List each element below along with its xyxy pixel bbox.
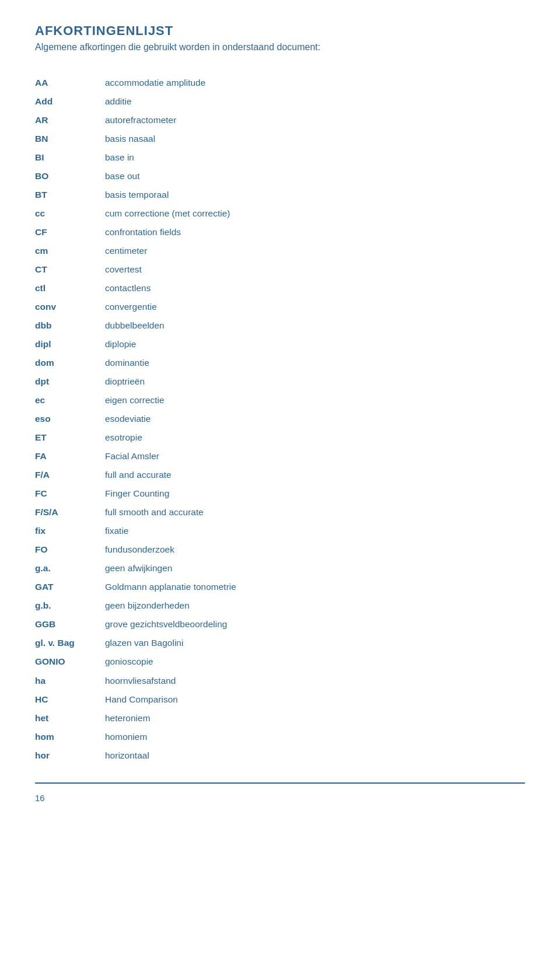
abbreviation-definition: horizontaal (105, 746, 525, 765)
table-row: GGBgrove gezichtsveldbeoordeling (35, 615, 525, 634)
table-row: dptdioptrieën (35, 372, 525, 391)
abbreviation-definition: eigen correctie (105, 391, 525, 410)
abbreviation-definition: Goldmann applanatie tonometrie (105, 578, 525, 596)
abbreviation-definition: geen bijzonderheden (105, 596, 525, 615)
abbreviation-definition: basis nasaal (105, 130, 525, 148)
abbreviation-definition: basis temporaal (105, 186, 525, 204)
abbreviation-abbr: dipl (35, 335, 105, 354)
table-row: GONIOgonioscopie (35, 652, 525, 671)
table-row: Addadditie (35, 92, 525, 111)
abbreviation-definition: covertest (105, 260, 525, 279)
abbreviation-abbr: hom (35, 728, 105, 746)
abbreviation-abbr: cc (35, 204, 105, 223)
abbreviation-abbr: gl. v. Bag (35, 634, 105, 652)
abbreviation-definition: grove gezichtsveldbeoordeling (105, 615, 525, 634)
abbreviation-abbr: Add (35, 92, 105, 111)
table-row: GATGoldmann applanatie tonometrie (35, 578, 525, 596)
table-row: CTcovertest (35, 260, 525, 279)
table-row: hetheteroniem (35, 709, 525, 728)
abbreviation-definition: dubbelbeelden (105, 316, 525, 335)
abbreviation-definition: base in (105, 148, 525, 167)
abbreviation-abbr: GONIO (35, 652, 105, 671)
abbreviation-definition: glazen van Bagolini (105, 634, 525, 652)
abbreviation-definition: esotropie (105, 428, 525, 447)
table-row: F/S/Afull smooth and accurate (35, 503, 525, 522)
table-row: FCFinger Counting (35, 484, 525, 503)
table-row: HCHand Comparison (35, 690, 525, 709)
abbreviation-definition: base out (105, 167, 525, 186)
table-row: g.b.geen bijzonderheden (35, 596, 525, 615)
abbreviation-abbr: GGB (35, 615, 105, 634)
abbreviation-abbr: ha (35, 672, 105, 690)
table-row: BNbasis nasaal (35, 130, 525, 148)
table-row: domdominantie (35, 354, 525, 372)
abbreviation-definition: cum correctione (met correctie) (105, 204, 525, 223)
page-title: AFKORTINGENLIJST (35, 23, 525, 39)
abbreviation-abbr: conv (35, 298, 105, 316)
table-row: eceigen correctie (35, 391, 525, 410)
table-row: BTbasis temporaal (35, 186, 525, 204)
abbreviation-definition: Facial Amsler (105, 447, 525, 466)
abbreviation-abbr: g.b. (35, 596, 105, 615)
abbreviation-abbr: FO (35, 540, 105, 559)
abbreviation-abbr: het (35, 709, 105, 728)
abbreviation-definition: Finger Counting (105, 484, 525, 503)
abbreviation-abbr: BN (35, 130, 105, 148)
table-row: CFconfrontation fields (35, 223, 525, 242)
abbreviation-definition: convergentie (105, 298, 525, 316)
table-row: cmcentimeter (35, 242, 525, 260)
table-row: cccum correctione (met correctie) (35, 204, 525, 223)
abbreviation-abbr: AR (35, 111, 105, 130)
table-row: hahoornvliesafstand (35, 672, 525, 690)
abbreviation-definition: esodeviatie (105, 410, 525, 428)
table-row: ETesotropie (35, 428, 525, 447)
abbreviation-abbr: cm (35, 242, 105, 260)
abbreviation-definition: autorefractometer (105, 111, 525, 130)
abbreviation-abbr: dom (35, 354, 105, 372)
abbreviation-abbr: g.a. (35, 559, 105, 578)
table-row: FOfundusonderzoek (35, 540, 525, 559)
table-row: BIbase in (35, 148, 525, 167)
abbreviation-definition: dioptrieën (105, 372, 525, 391)
table-row: homhomoniem (35, 728, 525, 746)
table-row: g.a.geen afwijkingen (35, 559, 525, 578)
table-row: FAFacial Amsler (35, 447, 525, 466)
abbreviation-definition: accommodatie amplitude (105, 74, 525, 92)
abbreviations-table: AAaccommodatie amplitudeAddadditieARauto… (35, 74, 525, 765)
table-row: fixfixatie (35, 522, 525, 540)
abbreviation-abbr: F/A (35, 466, 105, 484)
abbreviation-definition: full and accurate (105, 466, 525, 484)
abbreviation-abbr: AA (35, 74, 105, 92)
table-row: ARautorefractometer (35, 111, 525, 130)
abbreviation-definition: homoniem (105, 728, 525, 746)
abbreviation-abbr: dbb (35, 316, 105, 335)
table-row: horhorizontaal (35, 746, 525, 765)
abbreviation-abbr: F/S/A (35, 503, 105, 522)
abbreviation-abbr: BT (35, 186, 105, 204)
table-row: F/Afull and accurate (35, 466, 525, 484)
table-row: convconvergentie (35, 298, 525, 316)
abbreviation-definition: heteroniem (105, 709, 525, 728)
abbreviation-definition: geen afwijkingen (105, 559, 525, 578)
abbreviation-abbr: fix (35, 522, 105, 540)
abbreviation-abbr: ctl (35, 279, 105, 298)
abbreviation-abbr: ec (35, 391, 105, 410)
bottom-divider (35, 782, 525, 784)
abbreviation-definition: fundusonderzoek (105, 540, 525, 559)
abbreviation-abbr: FC (35, 484, 105, 503)
table-row: BObase out (35, 167, 525, 186)
table-row: esoesodeviatie (35, 410, 525, 428)
abbreviation-abbr: HC (35, 690, 105, 709)
abbreviation-definition: full smooth and accurate (105, 503, 525, 522)
abbreviation-definition: Hand Comparison (105, 690, 525, 709)
abbreviation-abbr: GAT (35, 578, 105, 596)
abbreviation-definition: confrontation fields (105, 223, 525, 242)
page-subtitle: Algemene afkortingen die gebruikt worden… (35, 42, 525, 53)
abbreviation-abbr: dpt (35, 372, 105, 391)
page-number: 16 (35, 793, 525, 803)
abbreviation-abbr: FA (35, 447, 105, 466)
abbreviation-definition: hoornvliesafstand (105, 672, 525, 690)
abbreviation-definition: centimeter (105, 242, 525, 260)
abbreviation-abbr: eso (35, 410, 105, 428)
abbreviation-definition: fixatie (105, 522, 525, 540)
